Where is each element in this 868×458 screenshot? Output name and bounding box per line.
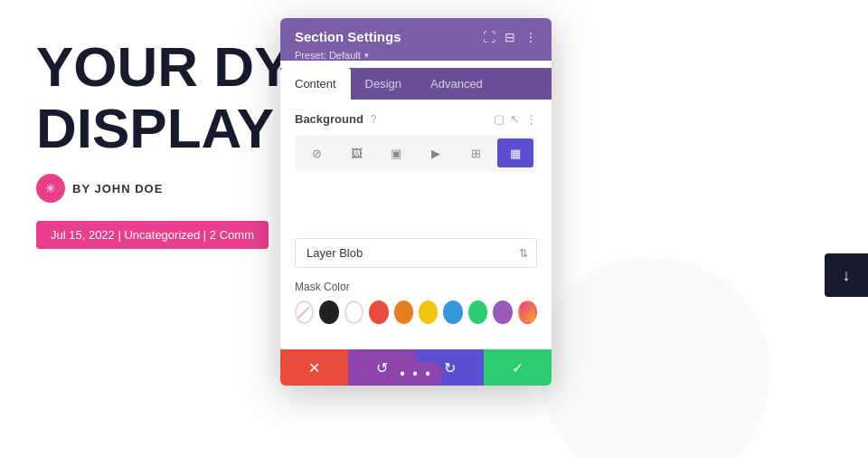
more-dots-button[interactable]: • • • — [389, 362, 443, 386]
color-swatch-gradient[interactable] — [518, 301, 537, 324]
bg-type-none[interactable]: ⊘ — [298, 138, 335, 167]
panel-header: Section Settings ⛶ ⊟ ⋮ Preset: Default ▾ — [280, 18, 552, 61]
preset-label[interactable]: Preset: Default ▾ — [295, 50, 537, 61]
background-label: Background — [295, 112, 363, 126]
layer-blob-row: Layer Blob — [295, 238, 537, 268]
meta-bar: Jul 15, 2022 | Uncategorized | 2 Comm — [36, 221, 269, 249]
color-swatch-blue[interactable] — [443, 301, 462, 324]
panel-tabs: Content Design Advanced — [280, 68, 552, 100]
bg-type-mask[interactable]: ▦ — [497, 138, 533, 167]
background-label-row: Background ? ▢ ↖ ⋮ — [295, 112, 537, 126]
panel-body: Background ? ▢ ↖ ⋮ ⊘ 🖼 ▣ ▶ ⊞ ▦ Layer Blo… — [280, 100, 552, 337]
bg-type-gradient[interactable]: ▣ — [378, 138, 414, 167]
background-label-actions: ▢ ↖ ⋮ — [494, 112, 537, 126]
mask-color-section: Mask Color — [295, 281, 537, 324]
color-swatches — [295, 301, 537, 324]
color-swatch-yellow[interactable] — [419, 301, 438, 324]
bg-type-color[interactable]: 🖼 — [338, 138, 374, 167]
panel-header-icons: ⛶ ⊟ ⋮ — [483, 30, 537, 44]
bg-type-video[interactable]: ⊞ — [458, 138, 494, 167]
background-device-icon[interactable]: ▢ — [494, 112, 505, 126]
preset-chevron-icon: ▾ — [364, 51, 369, 60]
fullscreen-icon[interactable]: ⛶ — [483, 30, 495, 44]
tab-design[interactable]: Design — [351, 68, 416, 100]
more-options-icon[interactable]: ⋮ — [524, 30, 537, 44]
background-cursor-icon[interactable]: ↖ — [510, 112, 520, 126]
scroll-down-button[interactable]: ↓ — [825, 253, 868, 297]
background-type-selector: ⊘ 🖼 ▣ ▶ ⊞ ▦ — [295, 135, 537, 171]
tab-advanced[interactable]: Advanced — [416, 68, 497, 100]
cancel-button[interactable]: ✕ — [280, 349, 348, 386]
blob-bg-shape — [524, 241, 796, 458]
author-icon: ✳ — [36, 174, 65, 203]
color-swatch-orange[interactable] — [394, 301, 413, 324]
color-swatch-black[interactable] — [319, 301, 338, 324]
bg-type-image[interactable]: ▶ — [418, 138, 454, 167]
color-swatch-red[interactable] — [369, 301, 388, 324]
color-swatch-white[interactable] — [344, 301, 363, 324]
confirm-button[interactable]: ✓ — [484, 349, 552, 386]
panel-content-area — [295, 184, 537, 238]
color-swatch-green[interactable] — [468, 301, 487, 324]
background-help-icon[interactable]: ? — [371, 113, 377, 126]
color-swatch-purple[interactable] — [493, 301, 512, 324]
color-swatch-transparent[interactable] — [295, 301, 314, 324]
mask-color-label: Mask Color — [295, 281, 537, 293]
layer-blob-wrapper: Layer Blob — [295, 238, 537, 268]
tab-content[interactable]: Content — [280, 68, 351, 100]
panel-title: Section Settings — [295, 29, 401, 44]
layer-blob-select[interactable]: Layer Blob — [295, 238, 537, 268]
split-icon[interactable]: ⊟ — [505, 30, 515, 44]
section-settings-panel: Section Settings ⛶ ⊟ ⋮ Preset: Default ▾… — [280, 18, 552, 386]
background-more-icon[interactable]: ⋮ — [525, 112, 537, 126]
